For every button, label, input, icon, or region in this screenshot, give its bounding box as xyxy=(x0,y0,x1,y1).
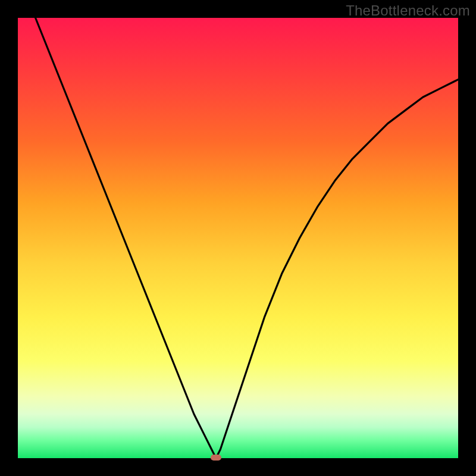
optimum-marker xyxy=(211,455,221,461)
curve-path xyxy=(18,0,458,458)
chart-frame: TheBottleneck.com xyxy=(0,0,476,476)
watermark-text: TheBottleneck.com xyxy=(346,2,470,19)
plot-area xyxy=(18,18,458,458)
bottleneck-curve xyxy=(18,18,458,458)
